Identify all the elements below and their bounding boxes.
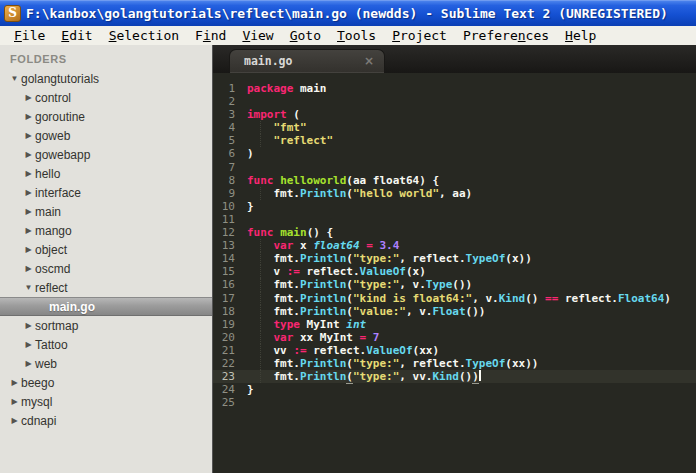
code-line[interactable]: 16 fmt.Println("type:", v.Type()): [213, 278, 696, 291]
menu-view[interactable]: View: [234, 28, 281, 43]
folder-oscmd[interactable]: ▶oscmd: [0, 259, 212, 278]
code-line[interactable]: 25: [213, 396, 696, 409]
line-number: 9: [213, 187, 247, 200]
line-content: fmt.Println("kind is float64:", v.Kind()…: [247, 292, 671, 305]
folder-web[interactable]: ▶web: [0, 354, 212, 373]
line-number: 17: [213, 292, 247, 305]
chevron-right-icon[interactable]: ▶: [8, 397, 21, 406]
menu-find[interactable]: Find: [187, 28, 234, 43]
code-line[interactable]: 11: [213, 213, 696, 226]
code-line[interactable]: 13 var x float64 = 3.4: [213, 239, 696, 252]
tab-close-icon[interactable]: ×: [364, 54, 374, 68]
chevron-right-icon[interactable]: ▶: [22, 150, 35, 159]
code-line[interactable]: 23 fmt.Println("type:", vv.Kind()): [213, 370, 696, 383]
chevron-right-icon[interactable]: ▶: [22, 226, 35, 235]
line-content: fmt.Println("type:", reflect.TypeOf(xx)): [247, 357, 538, 370]
code-line[interactable]: 6): [213, 147, 696, 160]
code-line[interactable]: 3import (: [213, 108, 696, 121]
tree-item-label: object: [35, 243, 67, 257]
folder-goroutine[interactable]: ▶goroutine: [0, 107, 212, 126]
menu-goto[interactable]: Goto: [282, 28, 329, 43]
folder-mango[interactable]: ▶mango: [0, 221, 212, 240]
folder-beego[interactable]: ▶beego: [0, 373, 212, 392]
chevron-down-icon[interactable]: ▼: [22, 283, 35, 292]
chevron-right-icon[interactable]: ▶: [22, 112, 35, 121]
code-line[interactable]: 21 vv := reflect.ValueOf(xx): [213, 344, 696, 357]
line-number: 3: [213, 108, 247, 121]
code-line[interactable]: 8func helloworld(aa float64) {: [213, 174, 696, 187]
folder-tree: ▼golangtutorials▶control▶goroutine▶goweb…: [0, 69, 212, 430]
code-line[interactable]: 17 fmt.Println("kind is float64:", v.Kin…: [213, 292, 696, 305]
folder-object[interactable]: ▶object: [0, 240, 212, 259]
folder-interface[interactable]: ▶interface: [0, 183, 212, 202]
code-line[interactable]: 4 "fmt": [213, 121, 696, 134]
chevron-down-icon[interactable]: ▼: [8, 74, 21, 83]
line-content: }: [247, 383, 254, 396]
code-line[interactable]: 15 v := reflect.ValueOf(x): [213, 265, 696, 278]
chevron-right-icon[interactable]: ▶: [22, 93, 35, 102]
chevron-right-icon[interactable]: ▶: [8, 416, 21, 425]
chevron-right-icon[interactable]: ▶: [8, 378, 21, 387]
code-line[interactable]: 1package main: [213, 82, 696, 95]
chevron-right-icon[interactable]: ▶: [22, 359, 35, 368]
code-line[interactable]: 7: [213, 161, 696, 174]
code-line[interactable]: 9 fmt.Println("hello world", aa): [213, 187, 696, 200]
chevron-right-icon[interactable]: ▶: [22, 131, 35, 140]
line-content: func helloworld(aa float64) {: [247, 174, 439, 187]
folder-control[interactable]: ▶control: [0, 88, 212, 107]
chevron-right-icon[interactable]: ▶: [22, 169, 35, 178]
code-line[interactable]: 22 fmt.Println("type:", reflect.TypeOf(x…: [213, 357, 696, 370]
folder-main[interactable]: ▶main: [0, 202, 212, 221]
file-main.go[interactable]: main.go: [0, 297, 212, 316]
folder-hello[interactable]: ▶hello: [0, 164, 212, 183]
folder-golangtutorials[interactable]: ▼golangtutorials: [0, 69, 212, 88]
code-line[interactable]: 2: [213, 95, 696, 108]
tree-item-label: reflect: [35, 281, 68, 295]
code-line[interactable]: 18 fmt.Println("value:", v.Float()): [213, 305, 696, 318]
menu-selection[interactable]: Selection: [101, 28, 187, 43]
line-number: 12: [213, 226, 247, 239]
line-number: 5: [213, 134, 247, 147]
folder-tattoo[interactable]: ▶Tattoo: [0, 335, 212, 354]
line-content: fmt.Println("type:", vv.Kind()): [247, 370, 481, 383]
menu-file[interactable]: File: [6, 28, 53, 43]
chevron-right-icon[interactable]: ▶: [22, 245, 35, 254]
code-line[interactable]: 14 fmt.Println("type:", reflect.TypeOf(x…: [213, 252, 696, 265]
tree-item-label: gowebapp: [35, 148, 90, 162]
sublime-logo-icon: S: [4, 5, 21, 22]
folder-gowebapp[interactable]: ▶gowebapp: [0, 145, 212, 164]
code-line[interactable]: 19 type MyInt int: [213, 318, 696, 331]
chevron-right-icon[interactable]: ▶: [22, 264, 35, 273]
code-editor[interactable]: 1package main23import (4 "fmt"5 "reflect…: [213, 73, 696, 473]
line-number: 19: [213, 318, 247, 331]
tree-item-label: hello: [35, 167, 60, 181]
line-number: 18: [213, 305, 247, 318]
menu-preferences[interactable]: Preferences: [455, 28, 557, 43]
folder-mysql[interactable]: ▶mysql: [0, 392, 212, 411]
menu-edit[interactable]: Edit: [53, 28, 100, 43]
line-number: 8: [213, 174, 247, 187]
code-line[interactable]: 24}: [213, 383, 696, 396]
chevron-right-icon[interactable]: ▶: [22, 321, 35, 330]
line-content: "reflect": [247, 134, 333, 147]
folder-reflect[interactable]: ▼reflect: [0, 278, 212, 297]
chevron-right-icon[interactable]: ▶: [22, 207, 35, 216]
menu-help[interactable]: Help: [557, 28, 604, 43]
folder-goweb[interactable]: ▶goweb: [0, 126, 212, 145]
chevron-right-icon[interactable]: ▶: [22, 188, 35, 197]
tree-item-label: mango: [35, 224, 72, 238]
code-line[interactable]: 20 var xx MyInt = 7: [213, 331, 696, 344]
menu-project[interactable]: Project: [384, 28, 455, 43]
folder-sortmap[interactable]: ▶sortmap: [0, 316, 212, 335]
tree-item-label: web: [35, 357, 57, 371]
line-number: 1: [213, 82, 247, 95]
code-line[interactable]: 12func main() {: [213, 226, 696, 239]
line-number: 22: [213, 357, 247, 370]
tab-main-go[interactable]: main.go ×: [229, 49, 385, 73]
folder-cdnapi[interactable]: ▶cdnapi: [0, 411, 212, 430]
line-number: 25: [213, 396, 247, 409]
code-line[interactable]: 5 "reflect": [213, 134, 696, 147]
chevron-right-icon[interactable]: ▶: [22, 340, 35, 349]
code-line[interactable]: 10}: [213, 200, 696, 213]
menu-tools[interactable]: Tools: [329, 28, 384, 43]
